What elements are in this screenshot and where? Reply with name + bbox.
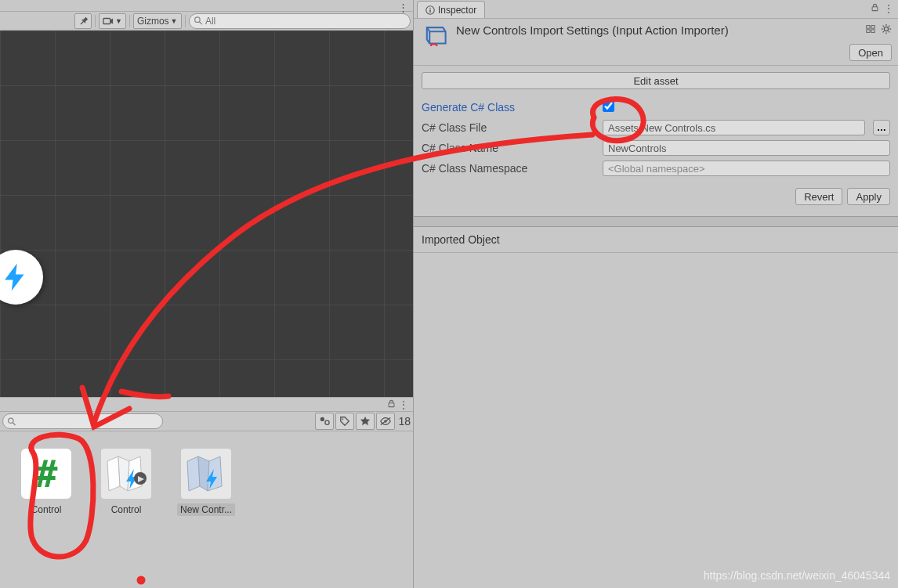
svg-point-9 <box>342 419 344 420</box>
generate-class-checkbox[interactable] <box>603 100 614 112</box>
lock-icon[interactable] <box>871 3 879 14</box>
scene-search[interactable] <box>189 13 411 29</box>
preset-icon[interactable] <box>865 23 876 37</box>
scene-viewport[interactable] <box>0 31 413 397</box>
svg-rect-14 <box>429 9 431 13</box>
inputaction-icon <box>101 449 151 499</box>
scene-search-input[interactable] <box>205 16 405 27</box>
class-file-label: C# Class File <box>422 121 598 134</box>
csharp-script-icon: # <box>21 449 71 499</box>
asset-label: Control <box>108 503 145 516</box>
class-namespace-input[interactable] <box>603 161 890 176</box>
inspector-header: New Controls Import Settings (Input Acti… <box>414 19 898 66</box>
panel-menu-icon[interactable]: ⋮ <box>884 3 893 14</box>
svg-rect-0 <box>103 18 110 23</box>
camera-dropdown[interactable]: ▼ <box>99 13 126 29</box>
filter-by-label-button[interactable] <box>335 413 354 430</box>
svg-line-29 <box>889 26 889 27</box>
class-name-input[interactable] <box>603 140 890 156</box>
project-search-input[interactable] <box>19 416 158 427</box>
class-name-label: C# Class Name <box>422 142 598 154</box>
svg-line-28 <box>883 31 884 32</box>
svg-rect-4 <box>389 402 394 406</box>
gizmos-dropdown[interactable]: Gizmos ▼ <box>133 13 182 29</box>
scene-toolbar: ▼ Gizmos ▼ <box>0 12 413 31</box>
svg-line-2 <box>199 22 201 24</box>
svg-line-6 <box>13 422 15 424</box>
generate-class-label[interactable]: Generate C# Class <box>422 101 598 114</box>
asset-label: Control <box>28 503 65 516</box>
svg-rect-19 <box>867 30 870 33</box>
class-namespace-label: C# Class Namespace <box>422 162 598 175</box>
inputaction-icon <box>181 449 231 499</box>
imported-object-body <box>414 253 898 588</box>
favorites-button[interactable] <box>356 413 375 430</box>
hidden-toggle-button[interactable] <box>376 413 395 430</box>
imported-object-label: Imported Object <box>414 227 898 253</box>
open-button[interactable]: Open <box>849 44 892 61</box>
svg-point-8 <box>325 420 329 424</box>
project-search[interactable] <box>2 413 163 429</box>
scene-panel-footer: ⋮ <box>0 397 413 411</box>
asset-item-inputaction[interactable]: Control <box>96 449 157 571</box>
inputaction-asset-icon <box>422 23 448 50</box>
svg-point-1 <box>194 17 200 23</box>
svg-rect-16 <box>872 7 878 11</box>
panel-menu-icon[interactable]: ⋮ <box>399 399 408 410</box>
hidden-count: 18 <box>398 415 411 427</box>
search-icon <box>194 16 202 25</box>
svg-point-7 <box>320 417 324 421</box>
svg-point-21 <box>884 27 888 31</box>
info-icon <box>425 5 435 15</box>
asset-item-csharp[interactable]: # Control <box>16 449 77 571</box>
asset-item-inputaction[interactable]: New Contr... <box>176 449 237 571</box>
svg-rect-17 <box>867 26 870 29</box>
panel-menu-icon[interactable]: ⋮ <box>398 2 408 13</box>
scene-panel-header: ⋮ <box>0 0 413 12</box>
asset-grid: # Control Control <box>0 431 413 588</box>
class-file-input[interactable] <box>603 120 865 135</box>
gear-icon[interactable] <box>881 23 892 37</box>
lock-icon[interactable] <box>387 399 396 410</box>
inspector-body: Edit asset Generate C# Class C# Class Fi… <box>414 66 898 216</box>
apply-button[interactable]: Apply <box>847 188 890 205</box>
filter-by-type-button[interactable] <box>315 413 334 430</box>
gizmos-label: Gizmos <box>137 16 169 27</box>
svg-rect-18 <box>871 26 874 29</box>
svg-point-5 <box>9 418 13 423</box>
svg-line-27 <box>889 31 889 32</box>
caret-down-icon: ▼ <box>115 17 122 25</box>
search-icon <box>8 417 16 426</box>
svg-point-15 <box>429 7 431 9</box>
inspector-tabbar: Inspector ⋮ <box>414 0 898 19</box>
revert-button[interactable]: Revert <box>795 188 842 205</box>
tools-button[interactable] <box>74 13 92 29</box>
tab-inspector[interactable]: Inspector <box>417 1 485 18</box>
inspector-title: New Controls Import Settings (Input Acti… <box>456 23 890 37</box>
edit-asset-button[interactable]: Edit asset <box>422 72 890 89</box>
svg-rect-3 <box>0 31 413 397</box>
browse-button[interactable]: … <box>873 120 890 135</box>
project-toolbar: 18 <box>0 411 413 431</box>
svg-rect-20 <box>871 30 874 33</box>
caret-down-icon: ▼ <box>171 17 178 25</box>
section-separator <box>414 216 898 227</box>
svg-line-26 <box>883 26 884 27</box>
asset-label: New Contr... <box>177 503 235 516</box>
tab-label: Inspector <box>438 5 476 16</box>
